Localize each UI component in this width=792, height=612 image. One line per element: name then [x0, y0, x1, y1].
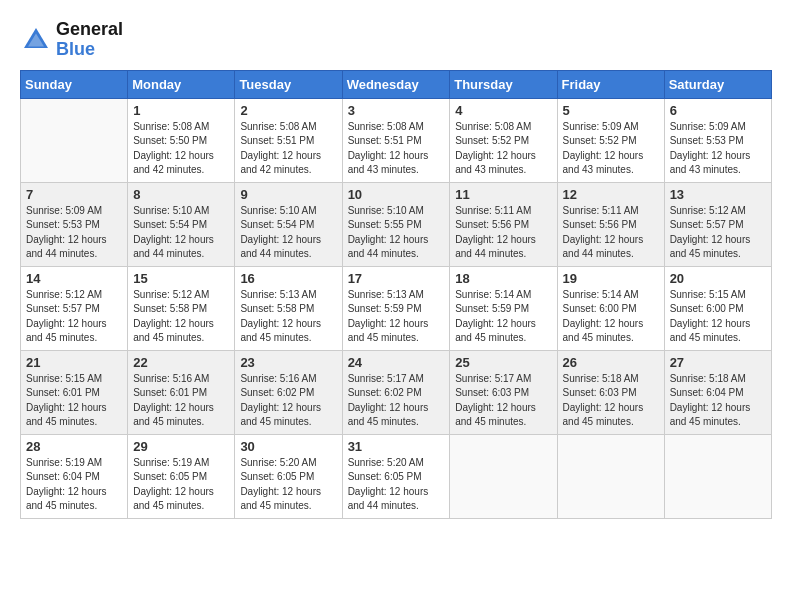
day-info: Sunrise: 5:17 AM Sunset: 6:02 PM Dayligh…: [348, 372, 445, 430]
day-cell: 28Sunrise: 5:19 AM Sunset: 6:04 PM Dayli…: [21, 434, 128, 518]
day-cell: 13Sunrise: 5:12 AM Sunset: 5:57 PM Dayli…: [664, 182, 771, 266]
day-info: Sunrise: 5:11 AM Sunset: 5:56 PM Dayligh…: [563, 204, 659, 262]
day-cell: 22Sunrise: 5:16 AM Sunset: 6:01 PM Dayli…: [128, 350, 235, 434]
day-number: 2: [240, 103, 336, 118]
day-number: 15: [133, 271, 229, 286]
week-row-5: 28Sunrise: 5:19 AM Sunset: 6:04 PM Dayli…: [21, 434, 772, 518]
weekday-header-row: SundayMondayTuesdayWednesdayThursdayFrid…: [21, 70, 772, 98]
day-cell: 31Sunrise: 5:20 AM Sunset: 6:05 PM Dayli…: [342, 434, 450, 518]
day-number: 5: [563, 103, 659, 118]
logo-text: General Blue: [56, 20, 123, 60]
day-cell: 27Sunrise: 5:18 AM Sunset: 6:04 PM Dayli…: [664, 350, 771, 434]
day-cell: [557, 434, 664, 518]
day-cell: 11Sunrise: 5:11 AM Sunset: 5:56 PM Dayli…: [450, 182, 557, 266]
day-cell: [664, 434, 771, 518]
day-info: Sunrise: 5:10 AM Sunset: 5:55 PM Dayligh…: [348, 204, 445, 262]
weekday-header-wednesday: Wednesday: [342, 70, 450, 98]
day-info: Sunrise: 5:17 AM Sunset: 6:03 PM Dayligh…: [455, 372, 551, 430]
day-number: 9: [240, 187, 336, 202]
day-cell: [21, 98, 128, 182]
page-header: General Blue: [20, 20, 772, 60]
day-number: 17: [348, 271, 445, 286]
day-number: 19: [563, 271, 659, 286]
day-cell: [450, 434, 557, 518]
day-info: Sunrise: 5:13 AM Sunset: 5:58 PM Dayligh…: [240, 288, 336, 346]
day-cell: 3Sunrise: 5:08 AM Sunset: 5:51 PM Daylig…: [342, 98, 450, 182]
day-number: 26: [563, 355, 659, 370]
day-cell: 6Sunrise: 5:09 AM Sunset: 5:53 PM Daylig…: [664, 98, 771, 182]
day-info: Sunrise: 5:12 AM Sunset: 5:58 PM Dayligh…: [133, 288, 229, 346]
day-info: Sunrise: 5:09 AM Sunset: 5:52 PM Dayligh…: [563, 120, 659, 178]
day-cell: 2Sunrise: 5:08 AM Sunset: 5:51 PM Daylig…: [235, 98, 342, 182]
day-cell: 5Sunrise: 5:09 AM Sunset: 5:52 PM Daylig…: [557, 98, 664, 182]
day-number: 21: [26, 355, 122, 370]
day-number: 31: [348, 439, 445, 454]
day-info: Sunrise: 5:08 AM Sunset: 5:51 PM Dayligh…: [348, 120, 445, 178]
day-info: Sunrise: 5:13 AM Sunset: 5:59 PM Dayligh…: [348, 288, 445, 346]
day-number: 11: [455, 187, 551, 202]
day-cell: 12Sunrise: 5:11 AM Sunset: 5:56 PM Dayli…: [557, 182, 664, 266]
day-info: Sunrise: 5:12 AM Sunset: 5:57 PM Dayligh…: [670, 204, 766, 262]
day-cell: 21Sunrise: 5:15 AM Sunset: 6:01 PM Dayli…: [21, 350, 128, 434]
day-number: 23: [240, 355, 336, 370]
weekday-header-friday: Friday: [557, 70, 664, 98]
day-number: 20: [670, 271, 766, 286]
day-cell: 30Sunrise: 5:20 AM Sunset: 6:05 PM Dayli…: [235, 434, 342, 518]
weekday-header-thursday: Thursday: [450, 70, 557, 98]
day-number: 12: [563, 187, 659, 202]
week-row-4: 21Sunrise: 5:15 AM Sunset: 6:01 PM Dayli…: [21, 350, 772, 434]
day-info: Sunrise: 5:10 AM Sunset: 5:54 PM Dayligh…: [240, 204, 336, 262]
day-cell: 8Sunrise: 5:10 AM Sunset: 5:54 PM Daylig…: [128, 182, 235, 266]
day-number: 30: [240, 439, 336, 454]
day-number: 3: [348, 103, 445, 118]
week-row-2: 7Sunrise: 5:09 AM Sunset: 5:53 PM Daylig…: [21, 182, 772, 266]
calendar-table: SundayMondayTuesdayWednesdayThursdayFrid…: [20, 70, 772, 519]
day-info: Sunrise: 5:15 AM Sunset: 6:00 PM Dayligh…: [670, 288, 766, 346]
day-cell: 29Sunrise: 5:19 AM Sunset: 6:05 PM Dayli…: [128, 434, 235, 518]
day-info: Sunrise: 5:14 AM Sunset: 6:00 PM Dayligh…: [563, 288, 659, 346]
day-info: Sunrise: 5:15 AM Sunset: 6:01 PM Dayligh…: [26, 372, 122, 430]
day-number: 25: [455, 355, 551, 370]
day-number: 4: [455, 103, 551, 118]
day-number: 27: [670, 355, 766, 370]
day-number: 10: [348, 187, 445, 202]
day-info: Sunrise: 5:14 AM Sunset: 5:59 PM Dayligh…: [455, 288, 551, 346]
day-cell: 7Sunrise: 5:09 AM Sunset: 5:53 PM Daylig…: [21, 182, 128, 266]
day-info: Sunrise: 5:08 AM Sunset: 5:50 PM Dayligh…: [133, 120, 229, 178]
day-number: 16: [240, 271, 336, 286]
day-number: 29: [133, 439, 229, 454]
weekday-header-saturday: Saturday: [664, 70, 771, 98]
day-info: Sunrise: 5:10 AM Sunset: 5:54 PM Dayligh…: [133, 204, 229, 262]
day-info: Sunrise: 5:11 AM Sunset: 5:56 PM Dayligh…: [455, 204, 551, 262]
day-number: 6: [670, 103, 766, 118]
weekday-header-monday: Monday: [128, 70, 235, 98]
day-info: Sunrise: 5:20 AM Sunset: 6:05 PM Dayligh…: [240, 456, 336, 514]
day-cell: 18Sunrise: 5:14 AM Sunset: 5:59 PM Dayli…: [450, 266, 557, 350]
day-number: 1: [133, 103, 229, 118]
day-info: Sunrise: 5:08 AM Sunset: 5:52 PM Dayligh…: [455, 120, 551, 178]
day-cell: 10Sunrise: 5:10 AM Sunset: 5:55 PM Dayli…: [342, 182, 450, 266]
day-info: Sunrise: 5:16 AM Sunset: 6:02 PM Dayligh…: [240, 372, 336, 430]
day-cell: 17Sunrise: 5:13 AM Sunset: 5:59 PM Dayli…: [342, 266, 450, 350]
day-info: Sunrise: 5:20 AM Sunset: 6:05 PM Dayligh…: [348, 456, 445, 514]
day-info: Sunrise: 5:18 AM Sunset: 6:03 PM Dayligh…: [563, 372, 659, 430]
day-info: Sunrise: 5:09 AM Sunset: 5:53 PM Dayligh…: [670, 120, 766, 178]
day-number: 8: [133, 187, 229, 202]
weekday-header-tuesday: Tuesday: [235, 70, 342, 98]
day-cell: 23Sunrise: 5:16 AM Sunset: 6:02 PM Dayli…: [235, 350, 342, 434]
day-info: Sunrise: 5:19 AM Sunset: 6:05 PM Dayligh…: [133, 456, 229, 514]
day-number: 13: [670, 187, 766, 202]
day-info: Sunrise: 5:12 AM Sunset: 5:57 PM Dayligh…: [26, 288, 122, 346]
day-cell: 24Sunrise: 5:17 AM Sunset: 6:02 PM Dayli…: [342, 350, 450, 434]
day-cell: 15Sunrise: 5:12 AM Sunset: 5:58 PM Dayli…: [128, 266, 235, 350]
day-number: 22: [133, 355, 229, 370]
day-number: 24: [348, 355, 445, 370]
logo-icon: [20, 24, 52, 56]
day-cell: 4Sunrise: 5:08 AM Sunset: 5:52 PM Daylig…: [450, 98, 557, 182]
week-row-3: 14Sunrise: 5:12 AM Sunset: 5:57 PM Dayli…: [21, 266, 772, 350]
day-number: 18: [455, 271, 551, 286]
day-cell: 26Sunrise: 5:18 AM Sunset: 6:03 PM Dayli…: [557, 350, 664, 434]
day-info: Sunrise: 5:18 AM Sunset: 6:04 PM Dayligh…: [670, 372, 766, 430]
day-number: 7: [26, 187, 122, 202]
day-info: Sunrise: 5:19 AM Sunset: 6:04 PM Dayligh…: [26, 456, 122, 514]
